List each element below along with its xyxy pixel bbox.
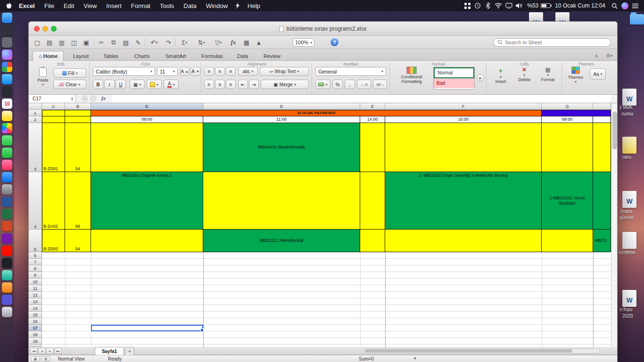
cancel-entry-icon[interactable]: ✕ <box>82 96 88 102</box>
text-orientation-button[interactable]: abc▾ <box>238 67 258 76</box>
merge-button[interactable]: ▣ Merge▾ <box>261 80 309 89</box>
menu-item-insert[interactable]: Insert <box>101 2 126 9</box>
clock-icon[interactable] <box>472 0 483 11</box>
align-right-button[interactable]: ≡ <box>226 67 236 76</box>
themes-button[interactable]: Themes▾ <box>564 66 587 84</box>
currency-button[interactable]: ▾ <box>315 80 330 89</box>
row-header-11[interactable]: 11 <box>29 285 42 292</box>
align-left-button[interactable]: ≡ <box>204 67 214 76</box>
row-header-8[interactable]: 8 <box>29 265 42 272</box>
dock-app-store[interactable] <box>2 172 12 182</box>
menu-app-name[interactable]: Excel <box>14 2 40 9</box>
fx-icon[interactable]: fx <box>228 38 239 47</box>
desktop-notes-icon[interactable] <box>622 137 636 154</box>
bluetooth-icon[interactable] <box>483 0 493 11</box>
align-top-button[interactable]: ≡ <box>204 80 214 89</box>
cell-H5[interactable]: MBG3 <box>593 230 611 252</box>
redo-icon[interactable]: ↷ <box>163 38 174 47</box>
cell-D4[interactable] <box>203 172 360 230</box>
apple-menu-icon[interactable] <box>4 0 14 11</box>
cell-B5[interactable]: 54 <box>65 230 91 252</box>
row-header-1[interactable]: 1 <box>29 110 42 116</box>
increase-font-button[interactable]: A▲ <box>180 67 190 76</box>
cell-G2-time[interactable]: 09:00 <box>542 116 593 123</box>
open-icon[interactable]: ▥ <box>56 38 67 47</box>
align-middle-button[interactable]: ≡ <box>215 80 225 89</box>
paste-button[interactable]: Paste▾ <box>34 67 51 87</box>
cut-icon[interactable]: ✂ <box>96 38 107 47</box>
cell-B4[interactable]: 66 <box>65 172 91 230</box>
undo-icon[interactable]: ↶▾ <box>147 38 162 47</box>
dock-music[interactable] <box>2 160 12 170</box>
desktop-doc-icon[interactable] <box>622 232 636 249</box>
row-header-15[interactable]: 15 <box>29 312 42 318</box>
row-header-13[interactable]: 13 <box>29 298 42 305</box>
siri-icon[interactable] <box>619 0 630 11</box>
menu-clock[interactable]: 10 Ocak Cum 12:04 <box>555 2 605 9</box>
increase-decimal-button[interactable]: ←.0 <box>357 80 371 89</box>
tab-nav-next-icon[interactable]: ▸ <box>46 348 54 354</box>
cell-H3[interactable] <box>593 123 611 172</box>
cell-F5[interactable] <box>385 230 542 252</box>
spotlight-icon[interactable] <box>609 0 619 11</box>
row-header-17[interactable]: 17 <box>29 325 42 331</box>
cell-B2[interactable] <box>65 116 91 123</box>
save-icon[interactable]: ◫ <box>68 38 80 47</box>
dock-mail[interactable] <box>2 86 12 97</box>
dock-photos[interactable] <box>2 123 12 133</box>
paste-icon[interactable]: ▧ <box>120 38 132 47</box>
row-header-12[interactable]: 12 <box>29 292 42 298</box>
row-header-2[interactable]: 2 <box>29 116 42 123</box>
menu-item-file[interactable]: File <box>40 2 59 9</box>
table-icon[interactable]: ▦ <box>241 38 252 47</box>
dock-siri[interactable] <box>2 49 12 60</box>
normal-view-icon[interactable]: ▦ <box>31 356 40 362</box>
col-header-B[interactable]: B <box>65 103 91 110</box>
font-size-select[interactable]: 11▾ <box>157 67 178 76</box>
row-header-18[interactable]: 18 <box>29 331 42 338</box>
sort-icon[interactable]: ⇅▾ <box>194 38 209 47</box>
cell-E5[interactable] <box>360 230 385 252</box>
sum-dropdown-icon[interactable]: ▼ <box>413 356 417 361</box>
decrease-indent-button[interactable]: ⇤ <box>238 80 248 89</box>
select-all-corner[interactable] <box>29 103 42 110</box>
insert-cells-button[interactable]: ＋ ▾ Insert <box>490 66 512 84</box>
cell-D2-time[interactable]: 11:00 <box>203 116 360 123</box>
menu-item-window[interactable]: Window <box>201 2 232 9</box>
tab-formulas[interactable]: Formulas <box>196 51 229 61</box>
dock-notes[interactable] <box>2 111 12 121</box>
name-box-stepper[interactable]: ▲▼ <box>71 97 74 101</box>
delete-cells-button[interactable]: ✕ ▾ Delete <box>513 66 535 82</box>
desktop-folder-icon[interactable] <box>630 14 644 25</box>
dock-pages[interactable] <box>2 282 12 293</box>
cell-E4[interactable] <box>360 172 385 230</box>
dock-word[interactable] <box>2 197 12 207</box>
row-header-7[interactable]: 7 <box>29 259 42 265</box>
script-icon[interactable] <box>232 0 243 11</box>
styles-gallery-more-button[interactable]: ▸ <box>477 74 484 82</box>
tab-tables[interactable]: Tables <box>98 51 124 61</box>
desktop-doc-icon[interactable]: W <box>622 290 636 307</box>
dock-acrobat[interactable] <box>2 246 12 256</box>
cell-A3[interactable]: B-ZD01 <box>42 123 65 172</box>
borders-button[interactable]: ▦▾ <box>130 80 145 89</box>
sheet-tab-sayfa1[interactable]: Sayfa1 <box>95 347 124 355</box>
menu-item-format[interactable]: Format <box>126 2 155 9</box>
name-box[interactable]: C17 ▲▼ <box>29 95 76 103</box>
notification-center-icon[interactable] <box>630 0 640 11</box>
dock-mission-control[interactable] <box>2 37 12 48</box>
format-cells-button[interactable]: ▦ ▾ Format <box>537 66 559 82</box>
menu-item-help[interactable]: Help <box>243 2 265 9</box>
page-layout-view-icon[interactable]: ▤ <box>41 356 50 362</box>
bold-button[interactable]: B <box>93 80 103 89</box>
cell-C4[interactable]: MBG2041Organik Kimya 1 <box>91 172 203 230</box>
cell-F2-time[interactable]: 16:00 <box>385 116 542 123</box>
tab-charts[interactable]: Charts <box>129 51 155 61</box>
comma-button[interactable]: , <box>345 80 355 89</box>
cell-H4[interactable] <box>593 172 611 230</box>
dock-system-preferences[interactable] <box>2 184 12 195</box>
decrease-decimal-button[interactable]: .00→ <box>373 80 387 89</box>
help-icon[interactable]: ? <box>330 38 339 46</box>
dock-facetime[interactable] <box>2 148 12 158</box>
cell-G5[interactable] <box>542 230 593 252</box>
